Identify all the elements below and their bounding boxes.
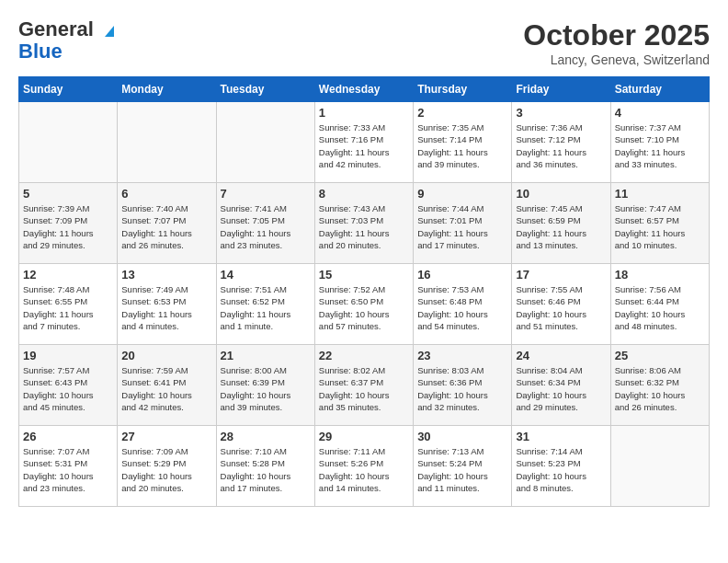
calendar-cell: 4Sunrise: 7:37 AM Sunset: 7:10 PM Daylig…	[610, 102, 709, 183]
day-info: Sunrise: 8:02 AM Sunset: 6:37 PM Dayligh…	[319, 364, 409, 413]
day-info: Sunrise: 7:13 AM Sunset: 5:24 PM Dayligh…	[417, 445, 507, 494]
day-info: Sunrise: 7:51 AM Sunset: 6:52 PM Dayligh…	[221, 283, 311, 332]
day-number: 26	[23, 430, 113, 443]
week-row-2: 5Sunrise: 7:39 AM Sunset: 7:09 PM Daylig…	[19, 183, 710, 264]
calendar-cell: 24Sunrise: 8:04 AM Sunset: 6:34 PM Dayli…	[512, 345, 610, 426]
logo: General Blue	[18, 18, 118, 63]
day-number: 12	[23, 268, 113, 282]
day-number: 8	[319, 187, 409, 201]
weekday-header-row: SundayMondayTuesdayWednesdayThursdayFrid…	[19, 77, 710, 102]
calendar-cell	[216, 102, 314, 183]
day-number: 7	[221, 187, 311, 201]
day-number: 21	[221, 349, 311, 362]
calendar-cell: 30Sunrise: 7:13 AM Sunset: 5:24 PM Dayli…	[414, 426, 512, 507]
location: Lancy, Geneva, Switzerland	[523, 52, 710, 67]
calendar-cell: 13Sunrise: 7:49 AM Sunset: 6:53 PM Dayli…	[118, 264, 216, 345]
day-info: Sunrise: 7:41 AM Sunset: 7:05 PM Dayligh…	[221, 202, 311, 251]
week-row-4: 19Sunrise: 7:57 AM Sunset: 6:43 PM Dayli…	[19, 345, 710, 426]
calendar-cell: 29Sunrise: 7:11 AM Sunset: 5:26 PM Dayli…	[314, 426, 413, 507]
day-info: Sunrise: 7:45 AM Sunset: 6:59 PM Dayligh…	[516, 202, 606, 251]
calendar-table: SundayMondayTuesdayWednesdayThursdayFrid…	[18, 76, 710, 507]
calendar-cell: 28Sunrise: 7:10 AM Sunset: 5:28 PM Dayli…	[216, 426, 314, 507]
day-info: Sunrise: 8:04 AM Sunset: 6:34 PM Dayligh…	[516, 364, 606, 413]
calendar-cell: 8Sunrise: 7:43 AM Sunset: 7:03 PM Daylig…	[314, 183, 413, 264]
day-info: Sunrise: 7:09 AM Sunset: 5:29 PM Dayligh…	[121, 445, 211, 494]
calendar-cell: 22Sunrise: 8:02 AM Sunset: 6:37 PM Dayli…	[314, 345, 413, 426]
calendar-cell: 19Sunrise: 7:57 AM Sunset: 6:43 PM Dayli…	[19, 345, 118, 426]
calendar-cell: 26Sunrise: 7:07 AM Sunset: 5:31 PM Dayli…	[19, 426, 118, 507]
day-number: 9	[417, 187, 507, 201]
weekday-header-saturday: Saturday	[610, 77, 709, 102]
logo-icon	[101, 22, 118, 39]
day-number: 14	[221, 268, 311, 282]
day-info: Sunrise: 7:37 AM Sunset: 7:10 PM Dayligh…	[615, 121, 705, 170]
day-info: Sunrise: 8:06 AM Sunset: 6:32 PM Dayligh…	[615, 364, 705, 413]
day-info: Sunrise: 7:14 AM Sunset: 5:23 PM Dayligh…	[516, 445, 606, 494]
calendar-cell: 20Sunrise: 7:59 AM Sunset: 6:41 PM Dayli…	[118, 345, 216, 426]
calendar-cell: 10Sunrise: 7:45 AM Sunset: 6:59 PM Dayli…	[512, 183, 610, 264]
day-info: Sunrise: 7:52 AM Sunset: 6:50 PM Dayligh…	[319, 283, 409, 332]
day-info: Sunrise: 8:03 AM Sunset: 6:36 PM Dayligh…	[417, 364, 507, 413]
day-number: 4	[615, 106, 705, 120]
title-block: October 2025 Lancy, Geneva, Switzerland	[523, 18, 710, 67]
day-number: 13	[121, 268, 211, 282]
weekday-header-thursday: Thursday	[414, 77, 512, 102]
calendar-cell: 1Sunrise: 7:33 AM Sunset: 7:16 PM Daylig…	[314, 102, 413, 183]
week-row-1: 1Sunrise: 7:33 AM Sunset: 7:16 PM Daylig…	[19, 102, 710, 183]
day-number: 3	[516, 106, 606, 120]
calendar-body: 1Sunrise: 7:33 AM Sunset: 7:16 PM Daylig…	[19, 102, 710, 507]
day-number: 16	[417, 268, 507, 282]
day-number: 11	[615, 187, 705, 201]
day-number: 24	[516, 349, 606, 362]
day-number: 25	[615, 349, 705, 362]
day-info: Sunrise: 7:40 AM Sunset: 7:07 PM Dayligh…	[121, 202, 211, 251]
calendar-cell: 25Sunrise: 8:06 AM Sunset: 6:32 PM Dayli…	[610, 345, 709, 426]
day-number: 19	[23, 349, 113, 362]
weekday-header-wednesday: Wednesday	[314, 77, 413, 102]
calendar-cell	[610, 426, 709, 507]
day-info: Sunrise: 7:33 AM Sunset: 7:16 PM Dayligh…	[319, 121, 409, 170]
day-info: Sunrise: 7:48 AM Sunset: 6:55 PM Dayligh…	[23, 283, 113, 332]
day-number: 27	[121, 430, 211, 443]
day-number: 18	[615, 268, 705, 282]
logo-general: General	[18, 17, 94, 40]
day-number: 23	[417, 349, 507, 362]
day-number: 10	[516, 187, 606, 201]
day-number: 20	[121, 349, 211, 362]
day-info: Sunrise: 7:53 AM Sunset: 6:48 PM Dayligh…	[417, 283, 507, 332]
page-header: General Blue October 2025 Lancy, Geneva,…	[18, 18, 710, 67]
day-info: Sunrise: 7:57 AM Sunset: 6:43 PM Dayligh…	[23, 364, 113, 413]
day-info: Sunrise: 7:44 AM Sunset: 7:01 PM Dayligh…	[417, 202, 507, 251]
day-info: Sunrise: 7:36 AM Sunset: 7:12 PM Dayligh…	[516, 121, 606, 170]
weekday-header-sunday: Sunday	[19, 77, 118, 102]
day-number: 2	[417, 106, 507, 120]
day-info: Sunrise: 7:11 AM Sunset: 5:26 PM Dayligh…	[319, 445, 409, 494]
calendar-cell: 27Sunrise: 7:09 AM Sunset: 5:29 PM Dayli…	[118, 426, 216, 507]
logo-blue: Blue	[18, 40, 118, 63]
day-number: 29	[319, 430, 409, 443]
calendar-cell: 11Sunrise: 7:47 AM Sunset: 6:57 PM Dayli…	[610, 183, 709, 264]
day-number: 5	[23, 187, 113, 201]
calendar-cell: 18Sunrise: 7:56 AM Sunset: 6:44 PM Dayli…	[610, 264, 709, 345]
calendar-cell: 31Sunrise: 7:14 AM Sunset: 5:23 PM Dayli…	[512, 426, 610, 507]
calendar-cell: 6Sunrise: 7:40 AM Sunset: 7:07 PM Daylig…	[118, 183, 216, 264]
day-number: 17	[516, 268, 606, 282]
day-number: 22	[319, 349, 409, 362]
calendar-cell	[118, 102, 216, 183]
day-info: Sunrise: 7:07 AM Sunset: 5:31 PM Dayligh…	[23, 445, 113, 494]
calendar-cell: 9Sunrise: 7:44 AM Sunset: 7:01 PM Daylig…	[414, 183, 512, 264]
calendar-cell: 12Sunrise: 7:48 AM Sunset: 6:55 PM Dayli…	[19, 264, 118, 345]
calendar-cell: 5Sunrise: 7:39 AM Sunset: 7:09 PM Daylig…	[19, 183, 118, 264]
calendar-cell: 23Sunrise: 8:03 AM Sunset: 6:36 PM Dayli…	[414, 345, 512, 426]
calendar-header: SundayMondayTuesdayWednesdayThursdayFrid…	[19, 77, 710, 102]
calendar-cell: 16Sunrise: 7:53 AM Sunset: 6:48 PM Dayli…	[414, 264, 512, 345]
day-number: 15	[319, 268, 409, 282]
weekday-header-tuesday: Tuesday	[216, 77, 314, 102]
day-info: Sunrise: 7:43 AM Sunset: 7:03 PM Dayligh…	[319, 202, 409, 251]
day-info: Sunrise: 7:39 AM Sunset: 7:09 PM Dayligh…	[23, 202, 113, 251]
calendar-cell: 2Sunrise: 7:35 AM Sunset: 7:14 PM Daylig…	[414, 102, 512, 183]
day-info: Sunrise: 7:10 AM Sunset: 5:28 PM Dayligh…	[221, 445, 311, 494]
calendar-cell: 17Sunrise: 7:55 AM Sunset: 6:46 PM Dayli…	[512, 264, 610, 345]
day-number: 6	[121, 187, 211, 201]
day-info: Sunrise: 7:56 AM Sunset: 6:44 PM Dayligh…	[615, 283, 705, 332]
